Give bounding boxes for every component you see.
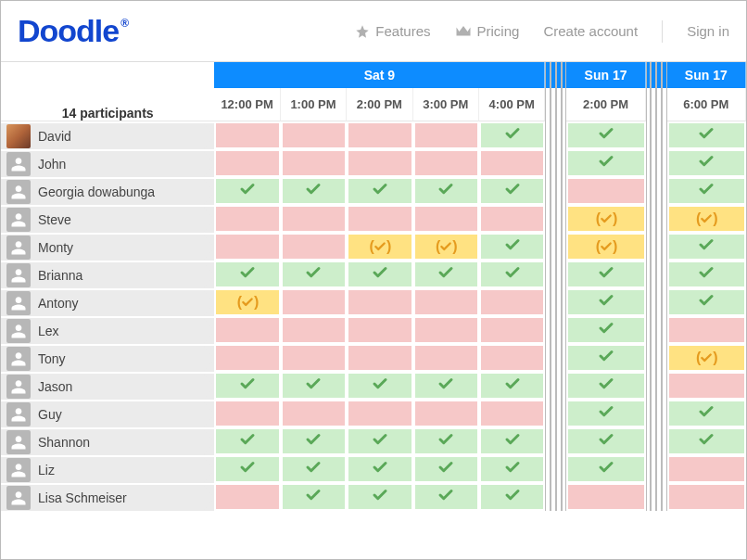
vote-cell-yes[interactable] <box>347 427 412 455</box>
vote-cell-yes[interactable] <box>347 261 412 288</box>
vote-cell-yes[interactable] <box>347 372 412 400</box>
vote-cell-no[interactable] <box>479 288 545 316</box>
vote-cell-no[interactable] <box>214 121 280 149</box>
vote-cell-yes[interactable] <box>281 372 347 400</box>
day-header[interactable]: Sat 9 <box>214 62 545 88</box>
vote-cell-yes[interactable] <box>479 483 545 511</box>
vote-cell-no[interactable] <box>667 455 746 483</box>
vote-cell-no[interactable] <box>281 344 347 372</box>
vote-cell-no[interactable] <box>281 205 347 233</box>
vote-cell-yes[interactable] <box>566 344 645 372</box>
nav-create-account[interactable]: Create account <box>543 23 638 39</box>
vote-cell-no[interactable] <box>413 149 479 177</box>
vote-cell-yes[interactable] <box>566 261 645 288</box>
vote-cell-no[interactable] <box>413 316 479 344</box>
vote-cell-no[interactable] <box>566 483 645 511</box>
vote-cell-no[interactable] <box>479 344 545 372</box>
participant-row[interactable]: Brianna <box>1 261 214 288</box>
time-header[interactable]: 6:00 PM <box>667 88 746 121</box>
vote-cell-yes[interactable] <box>479 427 545 455</box>
vote-cell-yes[interactable] <box>281 455 347 483</box>
nav-pricing[interactable]: Pricing <box>455 23 520 39</box>
vote-cell-no[interactable] <box>413 205 479 233</box>
vote-cell-no[interactable] <box>566 177 645 205</box>
vote-cell-yes[interactable] <box>479 121 545 149</box>
vote-cell-no[interactable] <box>413 121 479 149</box>
vote-cell-yes[interactable] <box>479 455 545 483</box>
participant-row[interactable]: Antony <box>1 288 214 316</box>
vote-cell-yes[interactable] <box>214 455 280 483</box>
vote-cell-yes[interactable] <box>413 483 479 511</box>
vote-cell-no[interactable] <box>214 400 280 427</box>
vote-cell-yes[interactable] <box>347 455 412 483</box>
participant-row[interactable]: Georgia dowabunga <box>1 177 214 205</box>
logo[interactable]: Doodle® <box>18 13 126 49</box>
participant-row[interactable]: Steve <box>1 205 214 233</box>
vote-cell-yes[interactable] <box>479 233 545 261</box>
vote-cell-no[interactable] <box>281 233 347 261</box>
time-header[interactable]: 2:00 PM <box>347 88 412 121</box>
vote-cell-yes[interactable] <box>566 288 645 316</box>
vote-cell-no[interactable] <box>347 344 412 372</box>
vote-cell-yes[interactable] <box>566 400 645 427</box>
vote-cell-maybe[interactable]: () <box>566 205 645 233</box>
vote-cell-no[interactable] <box>667 483 746 511</box>
participant-row[interactable]: Guy <box>1 400 214 427</box>
time-header[interactable]: 4:00 PM <box>479 88 545 121</box>
vote-cell-no[interactable] <box>479 400 545 427</box>
time-header[interactable]: 3:00 PM <box>413 88 479 121</box>
vote-cell-yes[interactable] <box>667 121 746 149</box>
vote-cell-no[interactable] <box>214 344 280 372</box>
vote-cell-no[interactable] <box>347 316 412 344</box>
vote-cell-yes[interactable] <box>479 177 545 205</box>
vote-cell-yes[interactable] <box>347 483 412 511</box>
participant-row[interactable]: David <box>1 121 214 149</box>
day-header[interactable]: Sun 17 <box>566 62 645 88</box>
participant-row[interactable]: Monty <box>1 233 214 261</box>
vote-cell-no[interactable] <box>281 288 347 316</box>
participant-row[interactable]: Shannon <box>1 427 214 455</box>
participant-row[interactable]: Liz <box>1 455 214 483</box>
vote-cell-yes[interactable] <box>479 372 545 400</box>
vote-cell-no[interactable] <box>347 149 412 177</box>
vote-cell-no[interactable] <box>214 205 280 233</box>
vote-cell-no[interactable] <box>214 233 280 261</box>
vote-cell-yes[interactable] <box>347 177 412 205</box>
vote-cell-no[interactable] <box>479 205 545 233</box>
vote-cell-maybe[interactable]: () <box>347 233 412 261</box>
vote-cell-yes[interactable] <box>667 261 746 288</box>
vote-cell-yes[interactable] <box>214 372 280 400</box>
vote-cell-yes[interactable] <box>281 427 347 455</box>
vote-cell-yes[interactable] <box>413 455 479 483</box>
vote-cell-yes[interactable] <box>479 261 545 288</box>
nav-sign-in[interactable]: Sign in <box>687 23 729 39</box>
vote-cell-maybe[interactable]: () <box>667 205 746 233</box>
vote-cell-no[interactable] <box>214 316 280 344</box>
vote-cell-yes[interactable] <box>566 149 645 177</box>
vote-cell-yes[interactable] <box>566 316 645 344</box>
day-header[interactable]: Sun 17 <box>667 62 746 88</box>
vote-cell-no[interactable] <box>667 316 746 344</box>
vote-cell-no[interactable] <box>281 400 347 427</box>
vote-cell-no[interactable] <box>214 149 280 177</box>
vote-cell-yes[interactable] <box>566 121 645 149</box>
nav-features[interactable]: Features <box>355 23 430 39</box>
vote-cell-yes[interactable] <box>667 177 746 205</box>
vote-cell-yes[interactable] <box>214 427 280 455</box>
participant-row[interactable]: John <box>1 149 214 177</box>
participant-row[interactable]: Tony <box>1 344 214 372</box>
vote-cell-yes[interactable] <box>281 483 347 511</box>
vote-cell-maybe[interactable]: () <box>566 233 645 261</box>
vote-cell-yes[interactable] <box>667 400 746 427</box>
participant-row[interactable]: Jason <box>1 372 214 400</box>
vote-cell-no[interactable] <box>347 205 412 233</box>
vote-cell-yes[interactable] <box>281 177 347 205</box>
vote-cell-no[interactable] <box>413 400 479 427</box>
vote-cell-no[interactable] <box>667 372 746 400</box>
vote-cell-yes[interactable] <box>667 149 746 177</box>
vote-cell-no[interactable] <box>281 149 347 177</box>
vote-cell-no[interactable] <box>347 400 412 427</box>
vote-cell-yes[interactable] <box>566 372 645 400</box>
vote-cell-yes[interactable] <box>566 427 645 455</box>
vote-cell-no[interactable] <box>347 288 412 316</box>
